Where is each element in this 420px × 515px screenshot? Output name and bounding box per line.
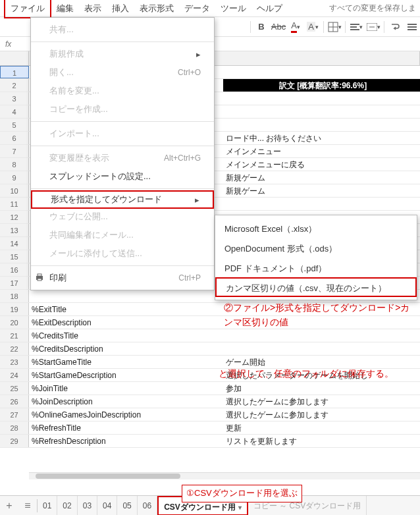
cell[interactable]: %CreditsDescription bbox=[29, 342, 223, 355]
menu-import[interactable]: インポート... bbox=[31, 124, 214, 143]
cell[interactable] bbox=[223, 198, 420, 210]
row-header[interactable]: 10 bbox=[0, 184, 29, 197]
menu-tools[interactable]: ツール bbox=[215, 0, 251, 17]
cell[interactable] bbox=[223, 105, 420, 118]
row-header[interactable]: 29 bbox=[0, 435, 29, 447]
row-header[interactable]: 27 bbox=[0, 408, 29, 421]
menu-help[interactable]: ヘルプ bbox=[251, 0, 288, 17]
submenu-csv[interactable]: カンマ区切りの値（.csv、現在のシート） bbox=[215, 277, 417, 297]
row-header[interactable]: 5 bbox=[0, 119, 29, 131]
align-button[interactable]: ▾ bbox=[348, 19, 364, 35]
cell[interactable]: %JoinDescription bbox=[29, 395, 223, 408]
menu-revision[interactable]: 変更履歴を表示Alt+Ctrl+G bbox=[31, 149, 214, 167]
cell[interactable]: 更新 bbox=[223, 421, 420, 434]
menu-new[interactable]: 新規作成▸ bbox=[31, 45, 214, 63]
row-header[interactable]: 1 bbox=[0, 66, 29, 78]
cell[interactable]: 参加 bbox=[223, 382, 420, 394]
menu-email-collaborators[interactable]: 共同編集者にメール... bbox=[31, 226, 214, 244]
row-header[interactable]: 12 bbox=[0, 211, 29, 223]
row-header[interactable]: 24 bbox=[0, 369, 29, 381]
row-header[interactable]: 28 bbox=[0, 421, 29, 434]
menu-format[interactable]: 表示形式 bbox=[134, 0, 179, 17]
menu-download-as[interactable]: 形式を指定してダウンロード▸ bbox=[31, 190, 214, 209]
submenu-ods[interactable]: OpenDocument 形式（.ods） bbox=[215, 239, 417, 259]
row-header[interactable]: 14 bbox=[0, 237, 29, 250]
cell[interactable]: %StartGameDescription bbox=[29, 369, 223, 381]
cell[interactable]: %ExitTitle bbox=[29, 303, 223, 315]
all-sheets-button[interactable]: ≡ bbox=[18, 500, 37, 512]
sheet-tab[interactable]: 06 bbox=[138, 496, 157, 516]
submenu-xlsx[interactable]: Microsoft Excel（.xlsx） bbox=[215, 219, 417, 239]
row-header[interactable]: 9 bbox=[0, 171, 29, 184]
row-header[interactable]: 2 bbox=[0, 79, 29, 92]
row-header[interactable]: 7 bbox=[0, 145, 29, 157]
row-header[interactable]: 16 bbox=[0, 263, 29, 276]
menu-edit[interactable]: 編集 bbox=[51, 0, 79, 17]
more-button[interactable] bbox=[404, 19, 420, 35]
submenu-pdf[interactable]: PDF ドキュメント（.pdf） bbox=[215, 259, 417, 279]
sheet-tab[interactable]: 02 bbox=[57, 496, 77, 516]
row-header[interactable]: 6 bbox=[0, 132, 29, 144]
row-header[interactable]: 20 bbox=[0, 316, 29, 329]
menu-insert[interactable]: 挿入 bbox=[107, 0, 134, 17]
menu-rename[interactable]: 名前を変更... bbox=[31, 82, 214, 100]
menu-print[interactable]: 印刷Ctrl+P bbox=[31, 269, 214, 287]
cell[interactable]: 選択したゲームに参加します bbox=[223, 408, 420, 421]
menu-spreadsheet-settings[interactable]: スプレッドシートの設定... bbox=[31, 167, 214, 186]
row-header[interactable]: 19 bbox=[0, 303, 29, 315]
cell[interactable]: リストを更新します bbox=[223, 435, 420, 447]
cell[interactable]: %OnlineGamesJoinDescription bbox=[29, 408, 223, 421]
cell[interactable] bbox=[223, 66, 420, 78]
horizontal-scrollbar[interactable] bbox=[29, 472, 420, 479]
cell[interactable]: %RefreshDescription bbox=[29, 435, 223, 447]
cell[interactable] bbox=[223, 329, 420, 342]
row-header[interactable]: 21 bbox=[0, 329, 29, 342]
row-header[interactable]: 17 bbox=[0, 277, 29, 289]
cell[interactable]: %CreditsTitle bbox=[29, 329, 223, 342]
cell[interactable]: 新規ゲーム bbox=[223, 184, 420, 197]
fill-color-button[interactable]: A▾ bbox=[305, 19, 321, 35]
cell[interactable]: 選択したゲームに参加します bbox=[223, 395, 420, 408]
cell[interactable]: メインメニュー bbox=[223, 145, 420, 157]
row-header[interactable]: 4 bbox=[0, 105, 29, 118]
menu-make-copy[interactable]: コピーを作成... bbox=[31, 100, 214, 119]
row-header[interactable]: 26 bbox=[0, 395, 29, 408]
row-header[interactable]: 3 bbox=[0, 92, 29, 105]
row-header[interactable]: 13 bbox=[0, 224, 29, 236]
menu-open[interactable]: 開く...Ctrl+O bbox=[31, 63, 214, 82]
cell[interactable] bbox=[223, 92, 420, 105]
bold-button[interactable]: B bbox=[253, 19, 269, 35]
text-color-button[interactable]: A▾ bbox=[288, 19, 303, 35]
row-header[interactable]: 11 bbox=[0, 198, 29, 210]
cell[interactable]: %StartGameTitle bbox=[29, 356, 223, 368]
select-all-corner[interactable] bbox=[0, 51, 29, 65]
menu-email-attachment[interactable]: メールに添付して送信... bbox=[31, 244, 214, 263]
row-header[interactable]: 25 bbox=[0, 382, 29, 394]
sheet-tab[interactable]: 03 bbox=[78, 496, 97, 516]
cell[interactable] bbox=[223, 342, 420, 355]
row-header[interactable]: 15 bbox=[0, 250, 29, 263]
cell[interactable]: メインメニューに戻る bbox=[223, 158, 420, 171]
row-header[interactable]: 18 bbox=[0, 290, 29, 302]
menu-publish[interactable]: ウェブに公開... bbox=[31, 207, 214, 226]
sheet-tab[interactable]: 01 bbox=[38, 496, 57, 516]
cell[interactable] bbox=[29, 290, 223, 302]
menu-share[interactable]: 共有... bbox=[31, 20, 214, 39]
scrollbar-thumb[interactable] bbox=[36, 474, 180, 479]
add-sheet-button[interactable]: + bbox=[0, 500, 18, 512]
borders-button[interactable]: ▾ bbox=[327, 19, 342, 35]
cell[interactable]: ロード中... お待ちください bbox=[223, 132, 420, 144]
wrap-button[interactable] bbox=[387, 19, 403, 35]
cell[interactable]: 新規ゲーム bbox=[223, 171, 420, 184]
row-header[interactable]: 22 bbox=[0, 342, 29, 355]
menu-data[interactable]: データ bbox=[179, 0, 215, 17]
sheet-tab[interactable]: 04 bbox=[97, 496, 117, 516]
menu-view[interactable]: 表示 bbox=[79, 0, 107, 17]
cell[interactable]: %RefreshTitle bbox=[29, 421, 223, 434]
cell[interactable]: 訳文 [概算翻訳率:96.6%] bbox=[223, 79, 420, 92]
cell[interactable] bbox=[223, 119, 420, 131]
sheet-tab[interactable]: 05 bbox=[117, 496, 137, 516]
merge-button[interactable]: ▾ bbox=[365, 19, 381, 35]
menu-file[interactable]: ファイル bbox=[4, 0, 51, 18]
row-header[interactable]: 8 bbox=[0, 158, 29, 171]
